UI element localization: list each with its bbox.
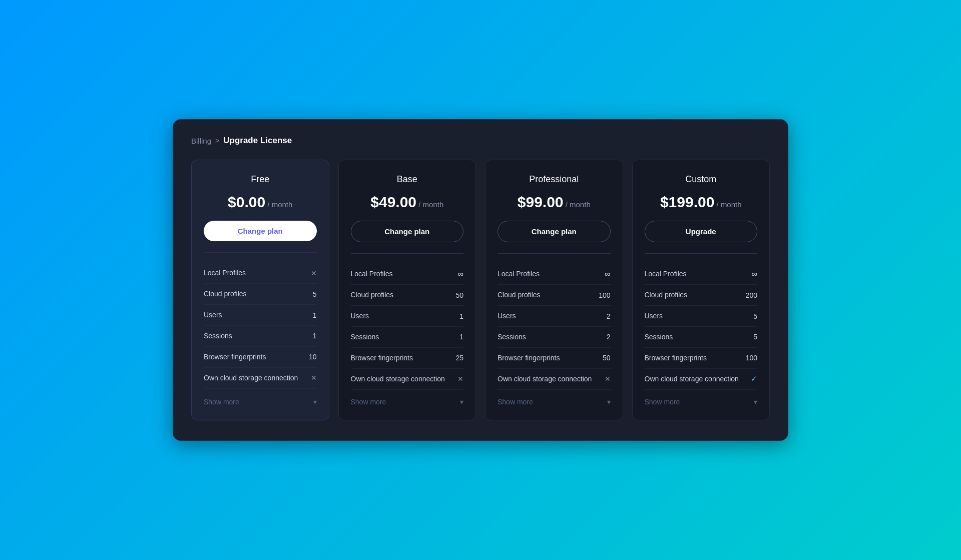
feature-value-professional-0: ∞: [601, 270, 611, 279]
plan-price-period-custom: / month: [714, 200, 741, 209]
feature-name-base-3: Sessions: [351, 332, 454, 342]
feature-name-free-5: Own cloud storage connection: [204, 373, 307, 383]
show-more-label-base: Show more: [351, 398, 386, 406]
feature-row-professional-2: Users2: [498, 306, 611, 327]
feature-row-custom-3: Sessions5: [645, 327, 758, 348]
feature-row-professional-4: Browser fingerprints50: [498, 348, 611, 369]
feature-value-custom-0: ∞: [747, 270, 757, 279]
feature-name-custom-2: Users: [645, 311, 748, 321]
feature-name-free-3: Sessions: [204, 331, 307, 341]
plan-price-amount-free: $0.00: [228, 194, 265, 210]
app-window: Billing > Upgrade License Free$0.00 / mo…: [173, 119, 788, 440]
feature-value-free-2: 1: [307, 311, 317, 319]
feature-name-base-2: Users: [351, 311, 454, 321]
show-more-base[interactable]: Show more▾: [351, 390, 464, 408]
feature-value-professional-1: 100: [599, 291, 610, 299]
feature-value-free-0: ✕: [307, 269, 317, 277]
feature-row-base-2: Users1: [351, 306, 464, 327]
chevron-down-icon-custom: ▾: [754, 398, 757, 406]
plan-price-professional: $99.00 / month: [498, 194, 611, 211]
plan-name-base: Base: [351, 174, 464, 185]
feature-value-custom-2: 5: [747, 312, 757, 320]
show-more-label-professional: Show more: [498, 398, 533, 406]
plan-divider-base: [351, 253, 464, 254]
plan-divider-free: [204, 252, 317, 253]
plan-divider-professional: [498, 253, 611, 254]
feature-value-base-5: ✕: [453, 375, 463, 383]
plan-price-amount-custom: $199.00: [660, 194, 714, 210]
show-more-custom[interactable]: Show more▾: [645, 390, 758, 408]
plan-card-base: Base$49.00 / monthChange planLocal Profi…: [338, 160, 476, 420]
feature-row-base-1: Cloud profiles50: [351, 285, 464, 306]
feature-name-base-0: Local Profiles: [351, 269, 454, 279]
feature-value-custom-1: 200: [746, 291, 757, 299]
feature-row-professional-0: Local Profiles∞: [498, 264, 611, 285]
feature-value-custom-4: 100: [746, 354, 757, 362]
breadcrumb-current: Upgrade License: [223, 136, 292, 146]
breadcrumb: Billing > Upgrade License: [191, 136, 770, 146]
feature-value-professional-2: 2: [601, 312, 611, 320]
plan-card-custom: Custom$199.00 / monthUpgradeLocal Profil…: [632, 160, 770, 420]
show-more-label-custom: Show more: [645, 398, 680, 406]
plan-price-amount-base: $49.00: [370, 194, 416, 210]
feature-row-free-4: Browser fingerprints10: [204, 347, 317, 368]
feature-value-custom-3: 5: [747, 333, 757, 341]
plan-name-professional: Professional: [498, 174, 611, 185]
feature-row-free-1: Cloud profiles5: [204, 284, 317, 305]
plan-btn-professional[interactable]: Change plan: [498, 221, 611, 242]
breadcrumb-billing: Billing: [191, 137, 211, 145]
chevron-down-icon-free: ▾: [313, 398, 317, 406]
feature-row-free-5: Own cloud storage connection✕: [204, 368, 317, 389]
plan-price-period-free: / month: [265, 200, 292, 209]
plan-name-custom: Custom: [645, 174, 758, 185]
feature-name-custom-3: Sessions: [645, 332, 748, 342]
plan-card-professional: Professional$99.00 / monthChange planLoc…: [485, 160, 623, 420]
plan-btn-base[interactable]: Change plan: [351, 221, 464, 242]
feature-name-free-4: Browser fingerprints: [204, 352, 307, 362]
plan-card-free: Free$0.00 / monthChange planLocal Profil…: [191, 160, 329, 420]
plans-grid: Free$0.00 / monthChange planLocal Profil…: [191, 160, 770, 420]
feature-row-free-0: Local Profiles✕: [204, 263, 317, 284]
plan-price-custom: $199.00 / month: [645, 194, 758, 211]
feature-name-base-5: Own cloud storage connection: [351, 374, 454, 384]
feature-row-free-3: Sessions1: [204, 326, 317, 347]
feature-name-free-0: Local Profiles: [204, 268, 307, 278]
plan-price-period-base: / month: [416, 200, 443, 209]
plan-price-base: $49.00 / month: [351, 194, 464, 211]
feature-name-custom-1: Cloud profiles: [645, 290, 746, 300]
feature-row-base-3: Sessions1: [351, 327, 464, 348]
feature-value-free-3: 1: [307, 332, 317, 340]
plan-btn-free[interactable]: Change plan: [204, 221, 317, 241]
plan-features-custom: Local Profiles∞Cloud profiles200Users5Se…: [645, 264, 758, 389]
feature-value-custom-5: ✓: [747, 374, 757, 383]
plan-name-free: Free: [204, 174, 317, 185]
feature-name-professional-3: Sessions: [498, 332, 601, 342]
feature-value-free-5: ✕: [307, 374, 317, 382]
plan-features-base: Local Profiles∞Cloud profiles50Users1Ses…: [351, 264, 464, 389]
feature-name-custom-0: Local Profiles: [645, 269, 748, 279]
chevron-down-icon-professional: ▾: [607, 398, 611, 406]
feature-value-base-2: 1: [453, 312, 463, 320]
feature-name-free-2: Users: [204, 310, 307, 320]
feature-value-professional-5: ✕: [601, 375, 611, 383]
show-more-professional[interactable]: Show more▾: [498, 390, 611, 408]
plan-btn-custom[interactable]: Upgrade: [645, 221, 758, 242]
feature-name-professional-5: Own cloud storage connection: [498, 374, 601, 384]
feature-row-custom-1: Cloud profiles200: [645, 285, 758, 306]
feature-name-professional-1: Cloud profiles: [498, 290, 599, 300]
feature-row-professional-1: Cloud profiles100: [498, 285, 611, 306]
feature-row-free-2: Users1: [204, 305, 317, 326]
feature-name-professional-2: Users: [498, 311, 601, 321]
show-more-free[interactable]: Show more▾: [204, 390, 317, 408]
feature-row-custom-0: Local Profiles∞: [645, 264, 758, 285]
show-more-label-free: Show more: [204, 398, 239, 406]
plan-price-amount-professional: $99.00: [518, 194, 564, 210]
feature-value-professional-3: 2: [601, 333, 611, 341]
feature-row-base-5: Own cloud storage connection✕: [351, 369, 464, 390]
feature-value-base-1: 50: [453, 291, 463, 299]
feature-row-professional-5: Own cloud storage connection✕: [498, 369, 611, 390]
plan-features-professional: Local Profiles∞Cloud profiles100Users2Se…: [498, 264, 611, 389]
feature-value-base-4: 25: [453, 354, 463, 362]
feature-name-professional-4: Browser fingerprints: [498, 353, 601, 363]
feature-value-base-3: 1: [453, 333, 463, 341]
